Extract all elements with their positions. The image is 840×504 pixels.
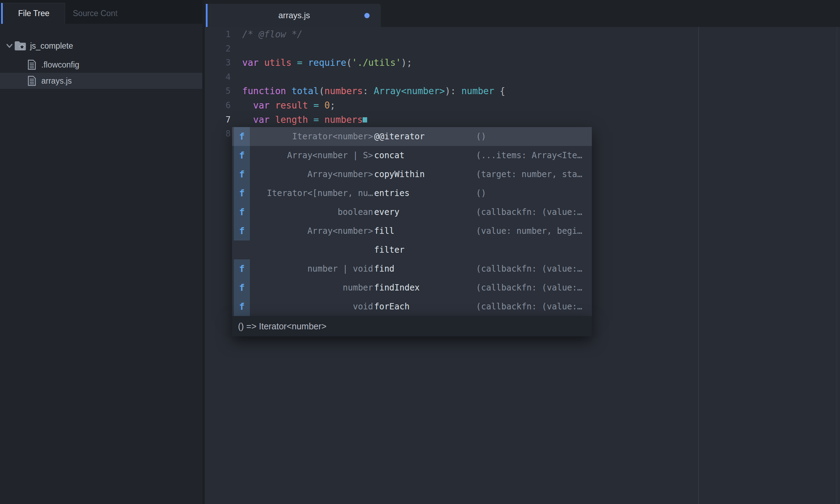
code-token [259,57,264,68]
code-token [308,100,314,111]
autocomplete-suggestion-concat[interactable]: fArray<number | S>concat(...items: Array… [232,146,592,165]
tab-source-control-label: Source Cont [73,9,118,18]
code-line: var length = numbers [242,113,840,127]
suggestion-return-type: void [253,302,373,312]
function-icon-glyph: f [239,301,245,312]
code-token: ): [445,86,461,96]
suggestion-arguments: (callbackfn: (value:… [476,283,588,293]
code-token [319,100,324,111]
editor-tab-bar: arrays.js [205,0,840,27]
code-token [270,100,275,111]
code-text[interactable]: /* @flow */var utils = require('./utils'… [242,27,840,141]
autocomplete-suggestion-find[interactable]: fnumber | voidfind(callbackfn: (value:… [232,259,592,278]
code-token [302,57,308,68]
function-icon: f [234,146,250,165]
function-icon-glyph: f [239,150,245,161]
code-token [319,114,324,125]
function-icon-glyph: f [239,207,245,217]
code-token: { [494,86,505,96]
tab-file-tree[interactable]: File Tree [1,3,65,24]
suggestion-arguments: () [476,188,588,198]
code-token [242,114,253,125]
suggestion-arguments: (callbackfn: (value:… [476,302,588,312]
function-icon-glyph: f [239,282,245,293]
suggestion-arguments: (value: number, begi… [476,226,588,236]
autocomplete-suggestion-copyWithin[interactable]: fArray<number>copyWithin(target: number,… [232,165,592,184]
suggestion-name: every [374,207,399,217]
function-icon-glyph: f [239,131,245,142]
suggestion-return-type: Array<number> [253,226,373,236]
line-number: 6 [205,98,231,113]
editor-tab-arrays-js[interactable]: arrays.js [206,4,381,27]
line-number: 1 [205,27,231,42]
suggestion-arguments: (...items: Array<Ite… [476,150,588,160]
code-line: function total(numbers: Array<number>): … [242,84,840,98]
code-token [292,57,297,68]
file-tree: js_complete .flowconfigarrays.js [0,24,202,504]
function-icon: f [234,203,250,222]
chevron-down-icon[interactable] [6,42,13,50]
autocomplete-suggestion-filter[interactable]: filter [232,240,592,259]
suggestion-name: @@iterator [374,132,425,141]
tab-fade-overlay [112,3,136,24]
code-token: number [461,86,494,96]
code-token: function [242,86,286,96]
suggestion-return-type: Iterator<number> [253,132,373,141]
autocomplete-popup: fIterator<number>@@iterator()fArray<numb… [232,127,592,316]
tree-item-file[interactable]: arrays.js [0,73,202,89]
autocomplete-signature-hint: () => Iterator<number> [232,316,592,336]
code-line [242,70,840,84]
code-token: numbers [324,114,363,125]
suggestion-name: copyWithin [374,169,425,179]
code-token: var [242,57,259,68]
function-icon: f [234,297,250,316]
code-token: ; [330,100,335,111]
suggestion-return-type: Iterator<[number, nu… [253,188,373,198]
code-token [308,114,314,125]
code-token: : [363,86,373,96]
no-icon [234,240,250,259]
function-icon: f [234,259,250,278]
code-line [242,42,840,56]
code-token [286,86,292,96]
text-cursor [363,117,367,122]
code-token [270,114,275,125]
function-icon: f [234,127,250,146]
sidebar: File Tree Source Cont js_complete .flowc… [0,0,202,504]
autocomplete-suggestion-entries[interactable]: fIterator<[number, nu…entries() [232,184,592,203]
autocomplete-suggestion-forEach[interactable]: fvoidforEach(callbackfn: (value:… [232,297,592,316]
code-token: length [275,114,308,125]
code-token: var [253,100,270,111]
code-token: var [253,114,270,125]
modified-indicator-dot[interactable] [364,13,370,18]
code-token: total [292,86,319,96]
suggestion-arguments: (callbackfn: (value:… [476,264,588,274]
tree-item-root[interactable]: js_complete [0,38,202,54]
file-icon [27,76,36,86]
suggestion-name: fill [374,226,394,236]
code-token: ( [346,57,352,68]
autocomplete-suggestion-findIndex[interactable]: fnumberfindIndex(callbackfn: (value:… [232,278,592,297]
code-token: = [314,114,319,125]
autocomplete-suggestion-every[interactable]: fbooleanevery(callbackfn: (value:… [232,203,592,222]
suggestion-arguments: () [476,132,588,141]
code-token: numbers [324,86,363,96]
code-line: var result = 0; [242,98,840,113]
code-token: ( [319,86,324,96]
editor-tab-title: arrays.js [278,10,310,20]
suggestion-name: findIndex [374,283,420,293]
code-token: /* @flow */ [242,29,302,40]
suggestion-name: forEach [374,302,410,312]
suggestion-arguments: (target: number, sta… [476,169,588,179]
code-token: Array<number> [374,86,445,96]
autocomplete-suggestion-fill[interactable]: fArray<number>fill(value: number, begi… [232,222,592,240]
code-token: result [275,100,308,111]
suggestion-name: entries [374,188,410,198]
autocomplete-suggestion-iterator[interactable]: fIterator<number>@@iterator() [232,127,592,146]
suggestion-name: concat [374,150,405,160]
tree-item-root-label: js_complete [30,41,73,51]
code-token: = [297,57,303,68]
suggestion-return-type: boolean [253,207,373,217]
tree-item-file[interactable]: .flowconfig [0,57,202,73]
suggestion-return-type: number | void [253,264,373,274]
